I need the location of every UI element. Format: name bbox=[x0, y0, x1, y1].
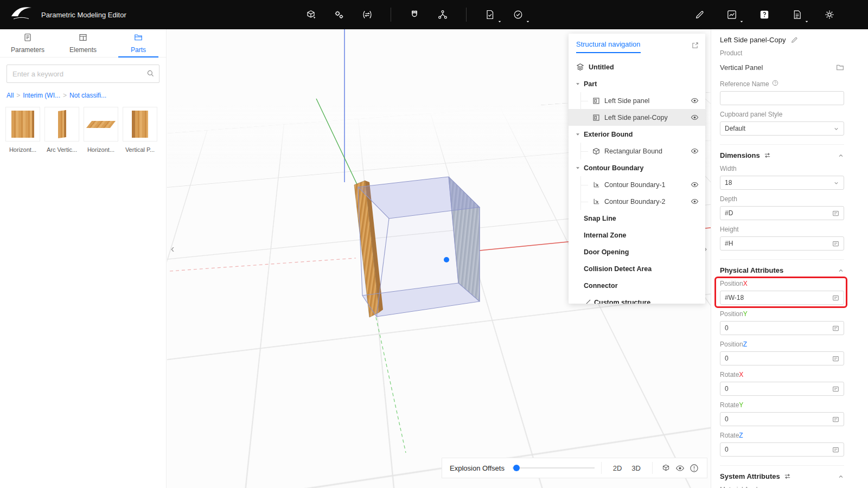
part-thumbnail-panel-flat[interactable] bbox=[84, 107, 118, 142]
node-graph-icon[interactable] bbox=[436, 8, 450, 22]
origin-handle[interactable] bbox=[444, 257, 449, 262]
tree-item-contour-boundary-2[interactable]: Contour Boundary-2 bbox=[569, 193, 705, 210]
tree-item-collision-detect-area[interactable]: Collision Detect Area bbox=[569, 260, 705, 277]
search-input[interactable] bbox=[7, 65, 159, 83]
tree-item-exterior-bound[interactable]: Exterior Bound bbox=[569, 126, 705, 143]
constraint-swap-icon[interactable] bbox=[360, 8, 374, 22]
isometric-cube-button[interactable] bbox=[659, 460, 673, 476]
breadcrumb-item-2[interactable]: Not classifi... bbox=[69, 92, 106, 99]
formula-icon[interactable] bbox=[832, 294, 839, 301]
tree-item-label: Custom structure bbox=[594, 299, 650, 304]
visibility-eye-icon[interactable] bbox=[691, 147, 699, 155]
tree-item-untitled[interactable]: Untitled bbox=[569, 59, 705, 75]
swap-link-icon[interactable] bbox=[764, 152, 771, 159]
tab-elements[interactable]: Elements bbox=[55, 29, 111, 57]
edit-pencil-icon[interactable] bbox=[692, 8, 706, 22]
tree-item-snap-line[interactable]: Snap Line bbox=[569, 210, 705, 227]
search-icon[interactable] bbox=[146, 69, 155, 80]
breadcrumb-separator: > bbox=[16, 92, 20, 99]
rotatez-input[interactable]: 0 bbox=[720, 442, 844, 457]
contour-icon bbox=[592, 181, 600, 189]
brand: Parametric Modeling Editor bbox=[9, 0, 126, 29]
globe-check-icon[interactable] bbox=[511, 8, 525, 22]
tree-item-contour-boundary-1[interactable]: Contour Boundary-1 bbox=[569, 176, 705, 193]
visibility-eye-icon[interactable] bbox=[691, 181, 699, 189]
folder-icon[interactable] bbox=[836, 63, 844, 72]
tab-parameters[interactable]: Parameters bbox=[0, 29, 55, 57]
visibility-eye-icon[interactable] bbox=[691, 197, 699, 206]
formula-icon[interactable] bbox=[832, 386, 839, 393]
positiony-input[interactable]: 0 bbox=[720, 321, 844, 335]
collapse-chevron-icon[interactable] bbox=[838, 152, 844, 159]
tree-caret-icon[interactable] bbox=[575, 81, 581, 87]
document-lines-icon[interactable] bbox=[790, 8, 804, 22]
slider-track[interactable] bbox=[512, 467, 595, 468]
rotatey-input[interactable]: 0 bbox=[720, 412, 844, 426]
formula-icon[interactable] bbox=[832, 240, 839, 247]
formula-icon[interactable] bbox=[832, 446, 839, 453]
structural-navigation-panel: Structural navigation UntitledPartLeft S… bbox=[569, 34, 705, 304]
rename-pencil-icon[interactable] bbox=[790, 36, 798, 44]
viewport-toolbar: Explosion Offsets 2D3D bbox=[442, 458, 707, 478]
gears-icon[interactable] bbox=[332, 8, 346, 22]
view-button-2d[interactable]: 2D bbox=[608, 461, 627, 476]
part-thumbnail-panel-front[interactable] bbox=[5, 107, 40, 142]
tree-item-left-side-panel-copy[interactable]: Left Side panel-Copy bbox=[569, 109, 705, 126]
render-chart-icon[interactable] bbox=[725, 8, 739, 22]
magnet-icon[interactable] bbox=[407, 8, 422, 22]
collapse-left-sidebar-handle[interactable]: ‹ bbox=[167, 236, 178, 260]
positionz-input[interactable]: 0 bbox=[720, 351, 844, 365]
positionx-input[interactable]: #W-18 bbox=[720, 291, 844, 305]
swap-link-icon[interactable] bbox=[784, 473, 791, 480]
help-circle-icon[interactable] bbox=[772, 80, 778, 88]
tree-item-rectangular-bound[interactable]: Rectangular Bound bbox=[569, 143, 705, 159]
formula-icon[interactable] bbox=[832, 210, 839, 217]
topbar: Parametric Modeling Editor bbox=[0, 0, 868, 29]
tree-item-part[interactable]: Part bbox=[569, 75, 705, 92]
visibility-eye-icon[interactable] bbox=[691, 113, 699, 121]
cupboard-style-select[interactable]: Default bbox=[720, 121, 844, 136]
expand-panel-icon[interactable] bbox=[692, 41, 699, 51]
model-box[interactable] bbox=[354, 177, 480, 317]
depth-input[interactable]: #D bbox=[720, 206, 844, 220]
collapse-chevron-icon[interactable] bbox=[838, 473, 844, 480]
width-input[interactable]: 18 bbox=[720, 176, 844, 190]
height-input[interactable]: #H bbox=[720, 236, 844, 251]
help-icon[interactable] bbox=[757, 8, 771, 22]
document-check-icon[interactable] bbox=[483, 8, 497, 22]
search-box bbox=[7, 65, 159, 83]
product-value: Vertical Panel bbox=[720, 63, 763, 72]
formula-icon[interactable] bbox=[832, 355, 839, 362]
structural-navigation-title[interactable]: Structural navigation bbox=[576, 40, 641, 53]
alert-info-button[interactable] bbox=[687, 460, 701, 476]
field-label: PositionZ bbox=[720, 341, 844, 348]
reference-name-input[interactable] bbox=[720, 91, 844, 105]
slider-knob[interactable] bbox=[513, 465, 520, 471]
breadcrumb-item-0[interactable]: All bbox=[7, 92, 14, 99]
tree-item-internal-zone[interactable]: Internal Zone bbox=[569, 227, 705, 243]
tree-item-door-opening[interactable]: Door Opening bbox=[569, 243, 705, 260]
breadcrumb-item-1[interactable]: Interim (WI... bbox=[23, 92, 60, 99]
rotatex-input[interactable]: 0 bbox=[720, 382, 844, 396]
physical-attributes-section-header: Physical Attributes bbox=[720, 259, 844, 274]
dropdown-caret-icon bbox=[805, 20, 809, 24]
visibility-eye-icon[interactable] bbox=[691, 97, 699, 105]
formula-icon[interactable] bbox=[832, 416, 839, 423]
tree-caret-icon[interactable] bbox=[575, 165, 581, 171]
part-thumbnail-panel-thin[interactable] bbox=[44, 107, 79, 142]
formula-icon[interactable] bbox=[832, 325, 839, 332]
tree-caret-icon[interactable] bbox=[575, 132, 581, 137]
tree-item-left-side-panel[interactable]: Left Side panel bbox=[569, 92, 705, 109]
tab-parts[interactable]: Parts bbox=[111, 29, 166, 57]
tree-item-connector[interactable]: Connector bbox=[569, 277, 705, 294]
explosion-slider[interactable] bbox=[512, 464, 595, 472]
view-button-3d[interactable]: 3D bbox=[627, 461, 646, 476]
collapse-chevron-icon[interactable] bbox=[838, 267, 844, 274]
tree-item-custom-structure[interactable]: Custom structure bbox=[569, 294, 705, 304]
visibility-eye-button[interactable] bbox=[673, 460, 687, 476]
field-label: RotateZ bbox=[720, 432, 844, 439]
settings-gear-icon[interactable] bbox=[822, 8, 837, 22]
part-thumbnail-panel-vertical[interactable] bbox=[123, 107, 157, 142]
tree-item-contour-boundary[interactable]: Contour Boundary bbox=[569, 159, 705, 176]
assembly-cube-icon[interactable] bbox=[304, 8, 318, 22]
